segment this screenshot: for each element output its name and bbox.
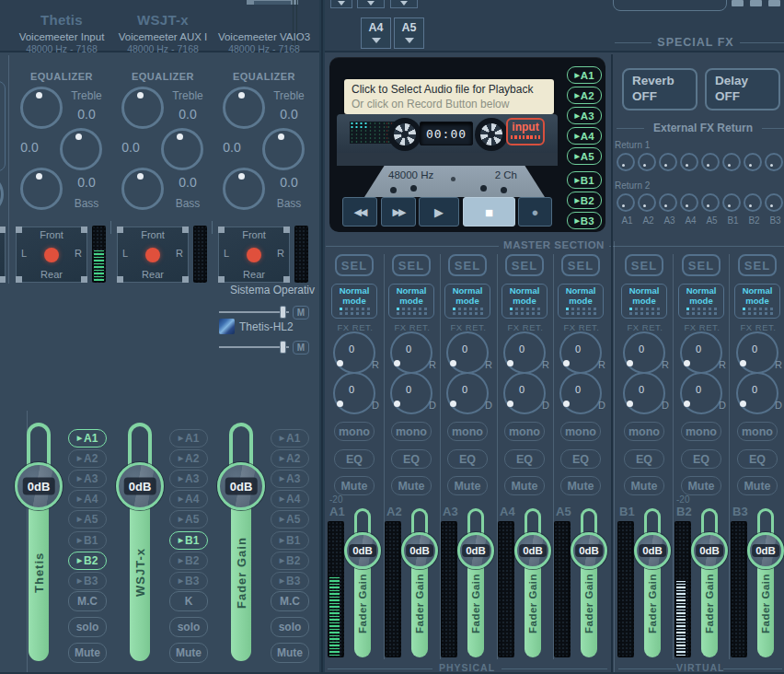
recorder-route-a3-button[interactable]: A3	[567, 107, 602, 124]
recorder-route-b1-button[interactable]: B1	[567, 171, 602, 189]
hardware-out-a4-button[interactable]: A4	[361, 17, 391, 49]
fader-track[interactable]: Fader Gain	[231, 484, 251, 661]
fx-return-knob[interactable]	[638, 193, 656, 212]
sel-button[interactable]: SEL	[625, 254, 663, 276]
fader-knob[interactable]: 0dB	[634, 532, 671, 569]
delay-return-knob[interactable]: 0	[503, 372, 546, 414]
sel-button[interactable]: SEL	[505, 254, 544, 276]
route-a3-button[interactable]: A3	[169, 470, 208, 488]
strip-device-name[interactable]: Voicemeeter AUX I	[112, 31, 213, 42]
recorder-route-a1-button[interactable]: A1	[567, 66, 602, 84]
bus-mode-button[interactable]: Normal mode	[678, 284, 724, 319]
bass-knob[interactable]	[223, 168, 265, 210]
bass-knob[interactable]	[20, 168, 63, 210]
route-a1-button[interactable]: A1	[169, 429, 208, 447]
mute-button[interactable]: Mute	[391, 476, 432, 495]
reverb-return-knob[interactable]: 0	[623, 331, 665, 374]
fader-knob[interactable]: 0dB	[747, 532, 784, 569]
delay-return-knob[interactable]: 0	[623, 372, 665, 414]
mute-button[interactable]: Mute	[334, 476, 375, 495]
mute-button[interactable]: Mute	[560, 476, 601, 495]
reverb-return-knob[interactable]: 0	[333, 331, 375, 374]
fader-knob[interactable]: 0dB	[217, 462, 265, 510]
window-button[interactable]	[768, 0, 780, 6]
bus-mode-button[interactable]: Normal mode	[388, 284, 434, 319]
fx-return-knob[interactable]	[659, 193, 677, 212]
eq-button[interactable]: EQ	[560, 449, 601, 469]
hardware-out-a1-button[interactable]	[330, 0, 352, 8]
fx-return-knob[interactable]	[680, 153, 698, 171]
delay-return-knob[interactable]: 0	[680, 372, 722, 414]
rewind-button[interactable]: ◀◀	[342, 197, 377, 227]
hardware-out-a2-button[interactable]	[357, 0, 385, 8]
strip-mode-button[interactable]: M.C	[68, 591, 107, 611]
route-a2-button[interactable]: A2	[169, 449, 208, 468]
fx-return-knob[interactable]	[638, 153, 656, 171]
mid-knob[interactable]	[262, 128, 305, 170]
bus-mode-button[interactable]: Normal mode	[444, 284, 490, 319]
route-b1-button[interactable]: B1	[169, 531, 208, 550]
window-button[interactable]	[732, 0, 744, 6]
app-volume-slider[interactable]	[219, 346, 289, 348]
recorder-route-a5-button[interactable]: A5	[567, 147, 602, 165]
route-b3-button[interactable]: B3	[271, 572, 309, 590]
fader-knob[interactable]: 0dB	[457, 532, 494, 569]
delay-return-knob[interactable]: 0	[559, 372, 602, 414]
sel-button[interactable]: SEL	[392, 254, 431, 276]
mute-button[interactable]: Mute	[624, 476, 664, 495]
reverb-button[interactable]: Reverb OFF	[622, 68, 698, 110]
route-a3-button[interactable]: A3	[68, 470, 107, 488]
fx-return-knob[interactable]	[701, 153, 720, 171]
route-b2-button[interactable]: B2	[169, 552, 208, 570]
fast-forward-button[interactable]: ▶▶	[381, 197, 416, 227]
route-a1-button[interactable]: A1	[68, 429, 107, 447]
mono-button[interactable]: mono	[391, 422, 432, 441]
recorder-route-b2-button[interactable]: B2	[567, 192, 602, 209]
fx-return-knob[interactable]	[744, 193, 762, 212]
app-mute-button[interactable]: M	[293, 306, 309, 320]
mute-button[interactable]: Mute	[447, 476, 488, 495]
delay-return-knob[interactable]: 0	[390, 372, 432, 414]
reverb-return-knob[interactable]: 0	[680, 331, 722, 374]
app-volume-handle[interactable]	[280, 306, 286, 319]
stop-button[interactable]: ■	[463, 197, 515, 227]
reverb-return-knob[interactable]: 0	[503, 331, 546, 374]
strip-solo-button[interactable]: solo	[271, 617, 309, 637]
eq-button[interactable]: EQ	[504, 449, 545, 469]
fx-return-knob[interactable]	[617, 153, 635, 171]
strip-mute-button[interactable]: Mute	[169, 643, 208, 663]
eq-button[interactable]: EQ	[334, 449, 375, 469]
fader-knob[interactable]: 0dB	[344, 532, 381, 569]
strip-title[interactable]: WSJT-x	[112, 12, 213, 28]
fx-return-knob[interactable]	[765, 193, 783, 212]
recorder-route-a4-button[interactable]: A4	[567, 127, 602, 145]
strip-mute-button[interactable]: Mute	[68, 643, 107, 663]
bus-mode-button[interactable]: Normal mode	[502, 284, 548, 319]
route-b2-button[interactable]: B2	[68, 552, 107, 570]
treble-knob[interactable]	[121, 87, 164, 129]
route-b3-button[interactable]: B3	[68, 572, 107, 590]
route-a3-button[interactable]: A3	[271, 470, 309, 488]
eq-button[interactable]: EQ	[681, 449, 721, 469]
fader-knob[interactable]: 0dB	[571, 532, 607, 569]
mono-button[interactable]: mono	[334, 422, 375, 441]
recorder-info-label[interactable]: Click to Select Audio file for Playback …	[344, 79, 554, 114]
sel-button[interactable]: SEL	[335, 254, 374, 276]
eq-button[interactable]: EQ	[737, 449, 778, 469]
fx-return-knob[interactable]	[722, 153, 741, 171]
app-volume-handle[interactable]	[280, 341, 286, 354]
fx-return-knob[interactable]	[617, 193, 635, 212]
strip-device-name[interactable]: Voicemeeter Input	[11, 31, 112, 42]
record-button[interactable]: ●	[518, 197, 552, 227]
reverb-return-knob[interactable]: 0	[390, 331, 432, 374]
pan-position-dot[interactable]	[145, 248, 160, 262]
fader-track[interactable]: WSJT-x	[130, 484, 150, 661]
bus-mode-button[interactable]: Normal mode	[621, 284, 667, 319]
reverb-return-knob[interactable]: 0	[559, 331, 602, 374]
mono-button[interactable]: mono	[737, 422, 778, 441]
mono-button[interactable]: mono	[624, 422, 664, 441]
play-button[interactable]: ▶	[419, 197, 459, 227]
eq-button[interactable]: EQ	[624, 449, 664, 469]
mid-knob[interactable]	[60, 128, 102, 170]
strip-title[interactable]: Thetis	[11, 12, 112, 28]
